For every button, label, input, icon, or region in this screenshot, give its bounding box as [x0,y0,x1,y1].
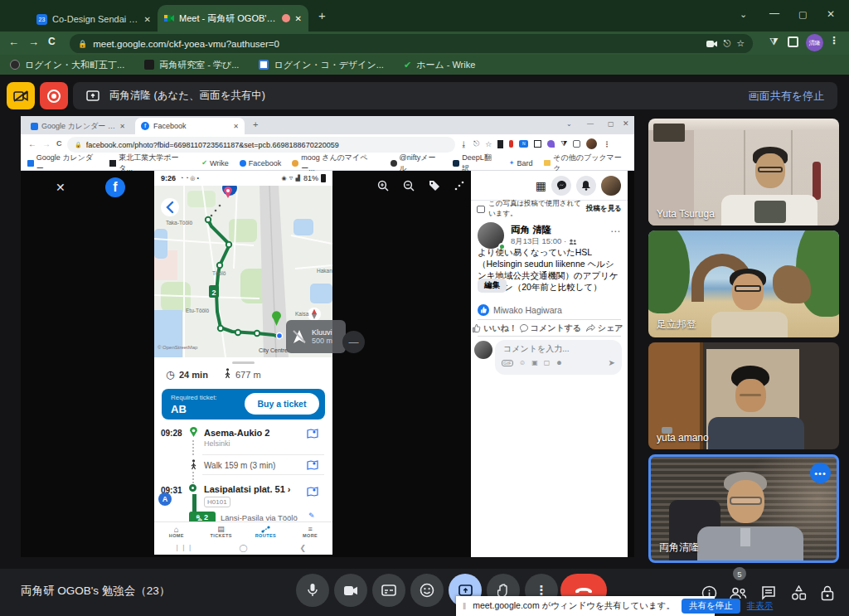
post-author-name[interactable]: 両角 清隆 [511,224,551,236]
assistant-bubble[interactable]: A [158,492,172,506]
share-button[interactable]: シェア [581,323,628,334]
messenger-icon[interactable] [551,176,571,196]
participant-torso [711,312,788,337]
view-post-link[interactable]: 投稿を見る [586,204,622,214]
stop-name[interactable]: Lasipalatsi plat. 51 › [204,484,291,494]
send-comment-icon[interactable]: ➤ [609,358,615,367]
reload-icon[interactable]: C [48,36,56,47]
edit-leg-icon[interactable]: ✎ [308,512,315,520]
android-home-icon[interactable]: ◯ [214,544,274,552]
show-on-map-icon[interactable] [307,487,318,497]
hide-notification-link[interactable]: 非表示 [747,600,774,612]
bookmark-item[interactable]: 両角研究室 - 学び... [144,55,239,75]
side-panel-icon[interactable] [788,36,798,47]
avatar-sticker-icon[interactable]: ☻ [555,359,562,366]
comment-input[interactable] [502,343,609,354]
camera-icon[interactable]: ▣ [531,359,538,366]
browser-menu-icon[interactable]: ⋮ [829,35,839,46]
forward-icon[interactable]: → [28,36,39,48]
shared-profile-avatar [586,138,597,149]
bookmark-item[interactable]: ✔ホーム - Wrike [404,55,475,75]
participant-tile-1[interactable]: Yuta Tsuruga [648,119,839,226]
edit-post-button[interactable]: 編集 [478,279,507,293]
extension-new-icon: N [519,140,528,148]
show-on-map-icon[interactable] [307,429,318,439]
window-chevron-icon[interactable]: ⌄ [740,9,747,20]
comment-attachment-icons: GIF ☺ ▣ ▢ ☻ [502,359,563,366]
shared-address-bar: 🔒 facebook.com/photo?fbid=66981107235611… [67,137,455,153]
tile-options-icon[interactable]: ••• [810,463,831,483]
tram-line-badge: ⛍2 [189,512,216,521]
camera-off-warning-button[interactable] [7,82,35,109]
close-photo-icon[interactable]: ✕ [56,181,65,194]
notifications-bell-icon[interactable] [576,176,596,196]
participant-tile-3[interactable]: yuta amano [648,342,839,449]
tab-meet[interactable]: Meet - 両角研 OGOB's 勉強 ✕ [158,5,308,32]
emoji-icon[interactable]: ☺ [519,359,526,366]
shared-browser-window: Google カレンダー - 2023年 8月 2✕ f Facebook✕ +… [21,116,634,557]
share-icon[interactable]: ⎋ [723,38,730,49]
fullscreen-icon[interactable] [454,181,464,191]
friends-privacy-icon [569,239,577,245]
extensions-puzzle-icon[interactable]: ⧩ [769,36,779,47]
close-tab-icon[interactable]: ✕ [144,15,151,24]
gif-icon[interactable]: GIF [502,360,513,366]
nav-tickets[interactable]: ▤TICKETS [199,526,244,538]
bookmark-item[interactable]: ログイン・コ・デザイン... [259,55,384,75]
zoom-in-icon[interactable] [377,180,389,192]
reactions-row[interactable]: Miwako Hagiwara [478,304,562,316]
address-bar[interactable]: 🔒 meet.google.com/ckf-yoea-vmu?authuser=… [70,34,753,53]
bookmark-star-icon[interactable]: ☆ [736,38,745,49]
stop-presenting-link[interactable]: 画面共有を停止 [749,89,824,104]
bookmark-item[interactable]: ログイン・大和町五丁... [10,55,124,75]
captions-button[interactable] [372,574,405,607]
facebook-logo[interactable]: f [105,177,125,197]
map-back-button[interactable] [161,198,179,216]
nav-home[interactable]: ⌂HOME [154,526,199,538]
stop-name[interactable]: Asema-Aukio 2 [204,428,269,438]
commenter-avatar [474,341,492,359]
buy-ticket-button[interactable]: Buy a ticket [245,393,319,415]
activities-button[interactable] [788,583,808,603]
close-tab-icon[interactable]: ✕ [295,14,302,23]
camera-button[interactable] [334,574,367,607]
participant-torso [697,526,803,560]
drag-handle-icon[interactable]: ‖ [463,602,466,611]
participant-tile-2[interactable]: 足立邦登 [648,230,839,337]
stop-sharing-button[interactable]: 共有を停止 [682,599,740,614]
tag-icon[interactable] [429,180,440,192]
participant-tile-4-active-speaker[interactable]: ••• 両角清隆 [648,454,839,563]
tab-calendar[interactable]: 23 Co-Design Sendai - カレンダー - 20 ✕ [32,7,156,32]
tab-camera-icon[interactable] [706,40,717,48]
sheet-drag-handle[interactable] [232,361,255,364]
post-options-icon[interactable]: ⋯ [610,226,621,237]
new-tab-icon[interactable]: + [318,8,326,22]
comment-box[interactable]: GIF ☺ ▣ ▢ ☻ ➤ [495,340,622,375]
window-minimize-icon[interactable]: — [769,7,779,19]
leg-time: 09:28 [161,429,182,438]
nav-routes[interactable]: ROUTES [244,526,289,538]
android-recents-icon[interactable]: ❘❘❘ [154,544,214,551]
fb-profile-avatar[interactable] [601,176,621,196]
route-details-sheet[interactable]: ◷ 24 min 677 m Required ticket: AB Buy a… [154,357,332,521]
recording-indicator-button[interactable] [40,82,68,109]
nav-more[interactable]: ≡MORE [288,526,332,538]
host-controls-button[interactable] [817,583,837,603]
show-on-map-icon[interactable] [307,460,318,470]
mic-button[interactable] [296,574,329,607]
sticker-icon[interactable]: ▢ [544,359,551,366]
android-back-icon[interactable]: ❮ [273,544,332,552]
window-close-icon[interactable]: ✕ [827,8,835,20]
reactions-button[interactable] [410,574,444,607]
like-button[interactable]: いいね！ [471,323,519,334]
shared-tab-strip: Google カレンダー - 2023年 8月 2✕ f Facebook✕ +… [21,116,634,134]
camera-icon [343,585,358,596]
back-icon[interactable]: ← [8,36,19,48]
window-maximize-icon[interactable]: ▢ [798,9,807,20]
comment-button[interactable]: コメントする [519,323,581,334]
shared-toolbar-icons: ⭳ ⎋ ☆ N ⧩ ⋮ [460,138,610,149]
profile-avatar[interactable]: 清隆 [806,34,823,51]
zoom-out-icon[interactable] [403,180,415,192]
apps-grid-icon[interactable]: ▦ [536,179,546,192]
zoom-out-float-button[interactable]: — [342,331,365,353]
